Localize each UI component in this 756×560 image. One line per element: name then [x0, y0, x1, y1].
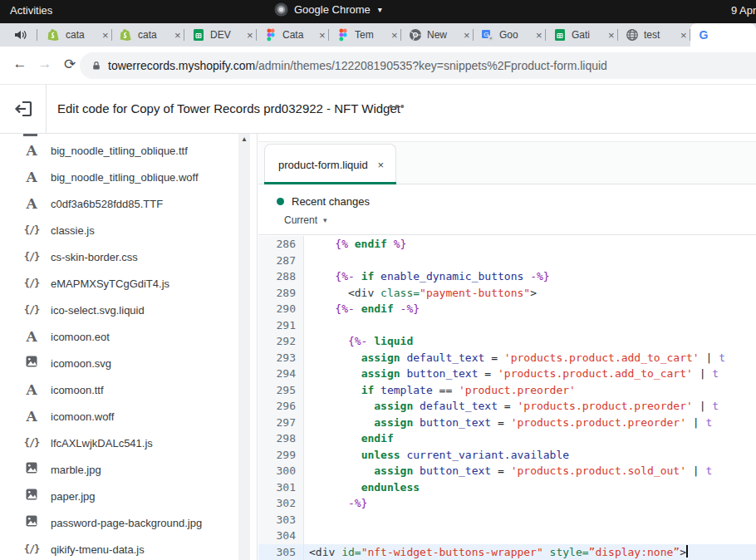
- browser-tab-DEV[interactable]: DEV×: [184, 23, 255, 47]
- sheets-favicon: [553, 28, 567, 42]
- code-line-292[interactable]: 292 {%- liquid: [258, 333, 756, 350]
- code-line-289[interactable]: 289 <div class="payment-buttons">: [258, 285, 756, 302]
- code-text: [304, 253, 756, 269]
- code-line-293[interactable]: 293 assign default_text = 'products.prod…: [258, 350, 756, 366]
- app-menu-label: Google Chrome: [294, 3, 371, 16]
- sidebar-scrollbar[interactable]: ▲: [238, 134, 250, 560]
- back-button[interactable]: ←: [10, 56, 30, 72]
- code-text: assign default_text = 'products.product.…: [304, 350, 756, 366]
- code-line-295[interactable]: 295 if template == 'product.preorder': [258, 382, 756, 399]
- page-title: Edit code for Copy of Tower Records prd0…: [57, 101, 400, 115]
- file-item-qikify-tmenu-data.js[interactable]: {/}qikify-tmenu-data.js: [0, 536, 238, 560]
- close-tab-icon[interactable]: ×: [317, 29, 327, 42]
- code-line-296[interactable]: 296 assign default_text = 'products.prod…: [258, 398, 756, 415]
- activities-button[interactable]: Activities: [10, 4, 52, 17]
- tab-title: test: [644, 29, 674, 41]
- browser-tab-Cata[interactable]: Cata×: [257, 23, 327, 47]
- browser-toolbar: ← → ⟳ towerrecords.myshopify.com/admin/t…: [0, 47, 756, 85]
- file-item-big_noodle_titling_oblique.woff[interactable]: Abig_noodle_titling_oblique.woff: [0, 164, 238, 190]
- close-tab-icon[interactable]: ×: [534, 29, 544, 42]
- line-number: 289: [258, 285, 304, 302]
- file-item-marble.jpg[interactable]: marble.jpg: [0, 456, 238, 483]
- code-file-icon: {/}: [23, 224, 40, 236]
- file-name: c0df3a6b528fdd85.TTF: [51, 198, 163, 210]
- file-item-classie.js[interactable]: {/}classie.js: [0, 217, 238, 243]
- close-tab-icon[interactable]: ×: [377, 159, 384, 171]
- line-number: 299: [258, 447, 304, 464]
- close-tab-icon[interactable]: ×: [679, 29, 689, 42]
- file-item-ico-select.svg.liquid[interactable]: {/}ico-select.svg.liquid: [0, 297, 238, 323]
- code-text: endunless: [304, 479, 756, 496]
- tab-title: cata: [66, 29, 96, 41]
- file-item-icomoon.woff[interactable]: Aicomoon.woff: [0, 403, 238, 430]
- browser-tab-Goo[interactable]: G×Goo×: [474, 23, 544, 47]
- browser-tab-strip: cata×cata×DEV×Cata×Tem×New×G×Goo×Gati×te…: [0, 23, 756, 47]
- exit-code-editor-button[interactable]: [13, 99, 33, 119]
- code-line-305[interactable]: 305<div id="nft-widget-buttons-wrapper" …: [258, 544, 756, 560]
- code-area[interactable]: 286 {% endif %}287288 {%- if enable_dyna…: [258, 236, 756, 560]
- code-line-294[interactable]: 294 assign button_text = 'products.produ…: [258, 366, 756, 382]
- line-number: 295: [258, 382, 304, 399]
- code-line-298[interactable]: 298 endif: [258, 430, 756, 447]
- browser-tab-New[interactable]: New×: [401, 23, 472, 47]
- code-line-303[interactable]: 303: [258, 512, 756, 528]
- url-text: towerrecords.myshopify.com/admin/themes/…: [108, 59, 607, 72]
- app-menu[interactable]: Google Chrome ▾: [274, 2, 382, 17]
- scroll-up-icon[interactable]: ▲: [241, 135, 248, 143]
- editor-tab-product-form[interactable]: product-form.liquid ×: [264, 144, 396, 184]
- file-name: eMAPMXSyTCgGdiT4.js: [51, 278, 169, 290]
- file-name: icomoon.woff: [51, 410, 114, 423]
- code-line-301[interactable]: 301 endunless: [258, 479, 756, 496]
- file-item-icomoon.ttf[interactable]: Aicomoon.ttf: [0, 376, 238, 403]
- version-dropdown[interactable]: Current ▾: [284, 214, 327, 226]
- tab-title: DEV: [210, 29, 240, 41]
- code-text: unless current_variant.available: [304, 447, 756, 464]
- close-tab-icon[interactable]: ×: [101, 29, 110, 42]
- file-item-paper.jpg[interactable]: paper.jpg: [0, 483, 238, 509]
- code-line-300[interactable]: 300 assign button_text = 'products.produ…: [258, 463, 756, 479]
- text-cursor: [686, 545, 688, 558]
- chevron-down-icon: ▾: [378, 5, 382, 14]
- browser-tab-test[interactable]: test×: [618, 23, 689, 47]
- code-text: if template == 'product.preorder': [304, 382, 756, 399]
- file-item-icomoon.svg[interactable]: icomoon.svg: [0, 350, 238, 376]
- close-tab-icon[interactable]: ×: [245, 29, 255, 42]
- system-bar: Activities Google Chrome ▾ 9 Apr: [0, 0, 756, 23]
- speaker-icon[interactable]: [13, 28, 28, 42]
- forward-button[interactable]: →: [35, 56, 55, 72]
- figma-favicon: [264, 28, 277, 42]
- code-line-290[interactable]: 290 {%- endif -%}: [258, 301, 756, 317]
- address-bar[interactable]: towerrecords.myshopify.com/admin/themes/…: [80, 52, 756, 79]
- code-line-286[interactable]: 286 {% endif %}: [258, 236, 756, 253]
- file-item-cs-skin-border.css[interactable]: {/}cs-skin-border.css: [0, 243, 238, 270]
- file-item-big_noodle_titling_oblique.ttf[interactable]: Abig_noodle_titling_oblique.ttf: [0, 137, 238, 164]
- close-tab-icon[interactable]: ×: [462, 29, 472, 42]
- code-line-304[interactable]: 304: [258, 528, 756, 544]
- close-tab-icon[interactable]: ×: [606, 29, 616, 42]
- close-tab-icon[interactable]: ×: [173, 29, 183, 42]
- clock[interactable]: 9 Apr: [731, 4, 756, 17]
- page-header: Edit code for Copy of Tower Records prd0…: [0, 85, 756, 134]
- browser-tab-cata[interactable]: cata×: [40, 23, 110, 47]
- code-line-291[interactable]: 291: [258, 317, 756, 334]
- file-item-icomoon.eot[interactable]: Aicomoon.eot: [0, 323, 238, 350]
- browser-tab-Tem[interactable]: Tem×: [329, 23, 400, 47]
- code-text: assign button_text = 'products.product.s…: [304, 463, 756, 479]
- browser-tab-cata[interactable]: cata×: [112, 23, 183, 47]
- file-item-c0df3a6b528fdd85.TTF[interactable]: Ac0df3a6b528fdd85.TTF: [0, 190, 238, 217]
- file-sidebar: Abig_noodle_titling_oblique.ttfAbig_nood…: [0, 134, 258, 560]
- code-line-288[interactable]: 288 {%- if enable_dynamic_buttons -%}: [258, 268, 756, 285]
- file-item-password-page-background.jpg[interactable]: password-page-background.jpg: [0, 509, 238, 536]
- code-line-297[interactable]: 297 assign button_text = 'products.produ…: [258, 415, 756, 431]
- code-line-287[interactable]: 287: [258, 253, 756, 269]
- close-tab-icon[interactable]: ×: [390, 29, 400, 42]
- file-item-eMAPMXSyTCgGdiT4.js[interactable]: {/}eMAPMXSyTCgGdiT4.js: [0, 270, 238, 297]
- more-actions-button[interactable]: •••: [389, 100, 406, 113]
- browser-tab-Gati[interactable]: Gati×: [546, 23, 616, 47]
- code-line-302[interactable]: 302 -%}: [258, 495, 756, 512]
- editor-tab-bar: product-form.liquid ×: [258, 141, 756, 184]
- code-line-299[interactable]: 299 unless current_variant.available: [258, 447, 756, 464]
- reload-button[interactable]: ⟳: [60, 56, 80, 73]
- file-item-lfcAXLwjkDALc541.js[interactable]: {/}lfcAXLwjkDALc541.js: [0, 430, 238, 456]
- browser-tab-g[interactable]: G: [690, 23, 756, 47]
